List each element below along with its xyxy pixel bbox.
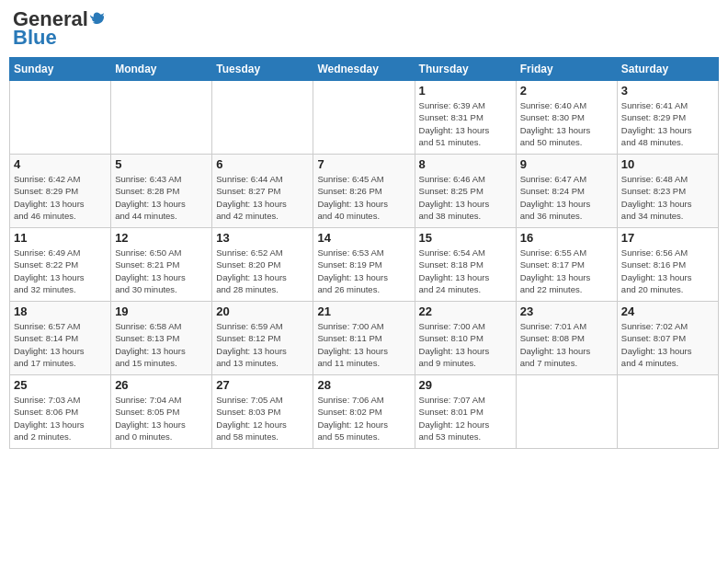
day-number: 17 (621, 231, 714, 245)
calendar-cell (313, 81, 415, 155)
calendar-week-row: 25Sunrise: 7:03 AM Sunset: 8:06 PM Dayli… (10, 375, 719, 449)
weekday-header-tuesday: Tuesday (212, 58, 313, 81)
day-info: Sunrise: 7:07 AM Sunset: 8:01 PM Dayligh… (419, 394, 512, 442)
day-info: Sunrise: 7:05 AM Sunset: 8:03 PM Dayligh… (216, 394, 309, 442)
calendar-table: SundayMondayTuesdayWednesdayThursdayFrid… (9, 57, 719, 449)
page-header: General Blue (9, 9, 719, 50)
calendar-cell: 13Sunrise: 6:52 AM Sunset: 8:20 PM Dayli… (212, 228, 313, 302)
day-number: 25 (14, 378, 107, 392)
day-info: Sunrise: 6:49 AM Sunset: 8:22 PM Dayligh… (14, 247, 107, 295)
calendar-cell: 3Sunrise: 6:41 AM Sunset: 8:29 PM Daylig… (617, 81, 718, 155)
day-info: Sunrise: 6:53 AM Sunset: 8:19 PM Dayligh… (317, 247, 410, 295)
calendar-cell: 4Sunrise: 6:42 AM Sunset: 8:29 PM Daylig… (10, 155, 111, 228)
day-number: 27 (216, 378, 309, 392)
calendar-cell: 12Sunrise: 6:50 AM Sunset: 8:21 PM Dayli… (111, 228, 212, 302)
day-number: 5 (115, 157, 208, 171)
day-number: 22 (419, 304, 512, 318)
calendar-week-row: 18Sunrise: 6:57 AM Sunset: 8:14 PM Dayli… (10, 302, 719, 375)
logo-blue-text: Blue (13, 26, 57, 50)
calendar-cell (516, 375, 617, 449)
day-number: 3 (621, 84, 714, 98)
calendar-cell: 29Sunrise: 7:07 AM Sunset: 8:01 PM Dayli… (415, 375, 516, 449)
day-number: 15 (419, 231, 512, 245)
day-info: Sunrise: 6:47 AM Sunset: 8:24 PM Dayligh… (520, 173, 613, 222)
day-info: Sunrise: 7:02 AM Sunset: 8:07 PM Dayligh… (621, 320, 714, 369)
calendar-cell: 28Sunrise: 7:06 AM Sunset: 8:02 PM Dayli… (313, 375, 415, 449)
calendar-cell: 16Sunrise: 6:55 AM Sunset: 8:17 PM Dayli… (516, 228, 617, 302)
day-number: 19 (115, 304, 208, 318)
calendar-cell: 26Sunrise: 7:04 AM Sunset: 8:05 PM Dayli… (111, 375, 212, 449)
weekday-header-wednesday: Wednesday (313, 58, 415, 81)
calendar-cell: 18Sunrise: 6:57 AM Sunset: 8:14 PM Dayli… (10, 302, 111, 375)
day-info: Sunrise: 6:43 AM Sunset: 8:28 PM Dayligh… (115, 173, 208, 222)
day-info: Sunrise: 7:00 AM Sunset: 8:11 PM Dayligh… (317, 320, 410, 369)
calendar-cell: 9Sunrise: 6:47 AM Sunset: 8:24 PM Daylig… (516, 155, 617, 228)
day-number: 26 (115, 378, 208, 392)
day-info: Sunrise: 6:39 AM Sunset: 8:31 PM Dayligh… (419, 99, 512, 148)
calendar-cell: 6Sunrise: 6:44 AM Sunset: 8:27 PM Daylig… (212, 155, 313, 228)
weekday-header-saturday: Saturday (617, 58, 718, 81)
calendar-cell: 19Sunrise: 6:58 AM Sunset: 8:13 PM Dayli… (111, 302, 212, 375)
day-number: 20 (216, 304, 309, 318)
calendar-cell (10, 81, 111, 155)
day-info: Sunrise: 7:04 AM Sunset: 8:05 PM Dayligh… (115, 394, 208, 442)
calendar-cell: 5Sunrise: 6:43 AM Sunset: 8:28 PM Daylig… (111, 155, 212, 228)
day-number: 2 (520, 84, 613, 98)
day-info: Sunrise: 7:01 AM Sunset: 8:08 PM Dayligh… (520, 320, 613, 369)
day-number: 1 (419, 84, 512, 98)
day-number: 11 (14, 231, 107, 245)
day-number: 14 (317, 231, 410, 245)
day-info: Sunrise: 6:46 AM Sunset: 8:25 PM Dayligh… (419, 173, 512, 222)
calendar-cell: 23Sunrise: 7:01 AM Sunset: 8:08 PM Dayli… (516, 302, 617, 375)
calendar-cell: 11Sunrise: 6:49 AM Sunset: 8:22 PM Dayli… (10, 228, 111, 302)
day-info: Sunrise: 6:55 AM Sunset: 8:17 PM Dayligh… (520, 247, 613, 295)
day-info: Sunrise: 6:50 AM Sunset: 8:21 PM Dayligh… (115, 247, 208, 295)
weekday-header-row: SundayMondayTuesdayWednesdayThursdayFrid… (10, 58, 719, 81)
calendar-cell: 7Sunrise: 6:45 AM Sunset: 8:26 PM Daylig… (313, 155, 415, 228)
day-info: Sunrise: 6:54 AM Sunset: 8:18 PM Dayligh… (419, 247, 512, 295)
day-number: 12 (115, 231, 208, 245)
calendar-cell: 10Sunrise: 6:48 AM Sunset: 8:23 PM Dayli… (617, 155, 718, 228)
calendar-cell: 27Sunrise: 7:05 AM Sunset: 8:03 PM Dayli… (212, 375, 313, 449)
day-number: 21 (317, 304, 410, 318)
calendar-cell (617, 375, 718, 449)
day-info: Sunrise: 6:48 AM Sunset: 8:23 PM Dayligh… (621, 173, 714, 222)
day-number: 8 (419, 157, 512, 171)
logo: General Blue (13, 9, 107, 50)
calendar-cell: 17Sunrise: 6:56 AM Sunset: 8:16 PM Dayli… (617, 228, 718, 302)
weekday-header-friday: Friday (516, 58, 617, 81)
day-info: Sunrise: 7:03 AM Sunset: 8:06 PM Dayligh… (14, 394, 107, 442)
day-info: Sunrise: 6:42 AM Sunset: 8:29 PM Dayligh… (14, 173, 107, 222)
day-number: 9 (520, 157, 613, 171)
day-info: Sunrise: 6:56 AM Sunset: 8:16 PM Dayligh… (621, 247, 714, 295)
calendar-week-row: 4Sunrise: 6:42 AM Sunset: 8:29 PM Daylig… (10, 155, 719, 228)
day-number: 4 (14, 157, 107, 171)
calendar-cell: 25Sunrise: 7:03 AM Sunset: 8:06 PM Dayli… (10, 375, 111, 449)
weekday-header-sunday: Sunday (10, 58, 111, 81)
day-number: 24 (621, 304, 714, 318)
day-number: 6 (216, 157, 309, 171)
logo-bird-icon (90, 11, 107, 28)
day-number: 16 (520, 231, 613, 245)
calendar-cell: 21Sunrise: 7:00 AM Sunset: 8:11 PM Dayli… (313, 302, 415, 375)
day-info: Sunrise: 7:00 AM Sunset: 8:10 PM Dayligh… (419, 320, 512, 369)
calendar-cell: 15Sunrise: 6:54 AM Sunset: 8:18 PM Dayli… (415, 228, 516, 302)
calendar-cell (212, 81, 313, 155)
day-info: Sunrise: 6:41 AM Sunset: 8:29 PM Dayligh… (621, 99, 714, 148)
day-info: Sunrise: 6:59 AM Sunset: 8:12 PM Dayligh… (216, 320, 309, 369)
weekday-header-monday: Monday (111, 58, 212, 81)
calendar-cell: 22Sunrise: 7:00 AM Sunset: 8:10 PM Dayli… (415, 302, 516, 375)
day-info: Sunrise: 6:58 AM Sunset: 8:13 PM Dayligh… (115, 320, 208, 369)
day-info: Sunrise: 6:40 AM Sunset: 8:30 PM Dayligh… (520, 99, 613, 148)
calendar-cell: 1Sunrise: 6:39 AM Sunset: 8:31 PM Daylig… (415, 81, 516, 155)
day-number: 29 (419, 378, 512, 392)
day-number: 7 (317, 157, 410, 171)
calendar-cell (111, 81, 212, 155)
day-number: 10 (621, 157, 714, 171)
day-number: 13 (216, 231, 309, 245)
calendar-cell: 24Sunrise: 7:02 AM Sunset: 8:07 PM Dayli… (617, 302, 718, 375)
day-number: 23 (520, 304, 613, 318)
day-info: Sunrise: 7:06 AM Sunset: 8:02 PM Dayligh… (317, 394, 410, 442)
calendar-cell: 2Sunrise: 6:40 AM Sunset: 8:30 PM Daylig… (516, 81, 617, 155)
weekday-header-thursday: Thursday (415, 58, 516, 81)
